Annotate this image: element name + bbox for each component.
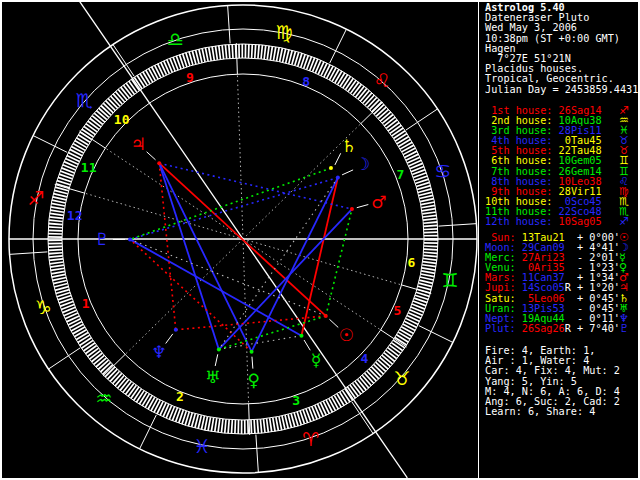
house-number: 1	[82, 296, 90, 311]
planet-pointer-line	[304, 340, 310, 350]
uranus-glyph: ♅	[205, 367, 220, 387]
sign-divider	[228, 6, 230, 44]
sagittarius-icon: ♐	[619, 216, 629, 227]
house-number: 4	[360, 351, 368, 366]
venus-glyph: ♀	[247, 370, 259, 390]
planet-row-pluto: Plut: 26Sag26R + 7°40'♇	[485, 324, 620, 334]
house-number: 10	[114, 112, 130, 127]
mars-position-dot	[350, 207, 354, 211]
aspect-semisquare-line	[219, 336, 302, 350]
scorpio-sign-glyph: ♏	[76, 89, 93, 111]
planet-pointer-line	[335, 153, 341, 165]
planet-motion-value: R + 7°40'	[565, 323, 620, 334]
house-number: 12	[67, 208, 83, 223]
chart-wheel: ♈♉♊♋♌♍♎♏♐♑♒♓123456789101112☉☽☿♀♂♃♄♅♆♇	[0, 0, 480, 480]
saturn-glyph: ♄	[341, 136, 356, 156]
sign-divider	[10, 252, 48, 254]
moon-position-dot	[336, 176, 340, 180]
house-number: 9	[186, 70, 194, 85]
info-panel: Astrolog 5.40Dateneraser PlutoWed May 3,…	[478, 0, 640, 480]
house-label: 12th house:	[485, 216, 559, 227]
mercury-glyph: ☿	[311, 350, 321, 370]
jupiter-position-dot	[157, 161, 161, 165]
house-cusp-value: 10Sag05	[559, 216, 602, 227]
aries-sign-glyph: ♈	[302, 428, 319, 450]
house-number: 6	[407, 255, 415, 270]
planet-pointer-line	[147, 152, 156, 160]
house-cusp-line	[237, 74, 243, 239]
pluto-icon: ♇	[619, 323, 629, 334]
libra-sign-glyph: ♎	[167, 28, 184, 50]
element-stats: Fire: 4, Earth: 1,Air : 1, Water: 4Car: …	[485, 346, 620, 417]
planet-list: Sun: 13Tau21 + 0°00'☉Moon: 29Can09 + 4°4…	[485, 233, 620, 334]
house-number: 7	[396, 167, 404, 182]
virgo-sign-glyph: ♍	[276, 21, 293, 43]
capricorn-sign-glyph: ♑	[35, 296, 52, 318]
planet-pointer-line	[329, 319, 338, 327]
mercury-position-dot	[299, 334, 303, 338]
house-number: 2	[176, 389, 184, 404]
house-list: 1st house: 26Sag14♐ 2nd house: 10Aqu38♒ …	[485, 106, 602, 227]
house-number: 5	[393, 303, 401, 318]
moon-glyph: ☽	[355, 154, 370, 174]
cancer-sign-glyph: ♋	[434, 160, 451, 182]
house-cusp-line	[236, 43, 237, 74]
astrolog-window: ♈♉♊♋♌♍♎♏♐♑♒♓123456789101112☉☽☿♀♂♃♄♅♆♇ As…	[0, 0, 640, 480]
sun-position-dot	[324, 314, 328, 318]
stat-line: Learn: 6, Share: 4	[485, 407, 620, 417]
planet-position-value: 26Sag26	[522, 323, 565, 334]
aquarius-sign-glyph: ♒	[95, 387, 112, 409]
gemini-sign-glyph: ♊	[441, 269, 458, 291]
uranus-position-dot	[217, 347, 221, 351]
aspect-trine-line	[252, 178, 338, 352]
chart-info-line: Tropical, Geocentric.	[485, 74, 638, 84]
aspect-sextile-line	[326, 209, 352, 316]
planet-pointer-line	[357, 205, 369, 208]
saturn-position-dot	[329, 166, 333, 170]
house-row-12: 12th house: 10Sag05♐	[485, 217, 602, 227]
aspect-square-line	[130, 239, 252, 351]
house-number: 3	[292, 393, 300, 408]
neptune-position-dot	[174, 328, 178, 332]
sign-divider	[256, 435, 258, 473]
neptune-glyph: ♆	[152, 342, 167, 362]
house-number: 8	[302, 74, 310, 89]
aspect-trine-line	[159, 163, 352, 209]
planet-pointer-line	[215, 354, 218, 366]
sun-glyph: ☉	[339, 325, 354, 345]
planet-label: Plut:	[485, 323, 522, 334]
planet-pointer-line	[252, 357, 253, 369]
sign-divider	[33, 136, 67, 153]
jupiter-glyph: ♃	[131, 134, 146, 154]
leo-sign-glyph: ♌	[374, 69, 391, 91]
house-number: 11	[81, 160, 97, 175]
sign-divider	[439, 224, 477, 226]
house-cusp-line	[243, 239, 381, 330]
pluto-glyph: ♇	[94, 229, 109, 249]
taurus-sign-glyph: ♉	[393, 367, 410, 389]
planet-pointer-line	[342, 170, 353, 175]
sign-divider	[419, 326, 453, 343]
mars-glyph: ♂	[371, 192, 386, 212]
pisces-sign-glyph: ♓	[193, 435, 210, 457]
sign-divider	[330, 29, 347, 63]
sign-divider	[140, 415, 157, 449]
chart-info: Astrolog 5.40Dateneraser PlutoWed May 3,…	[485, 3, 638, 95]
venus-position-dot	[250, 350, 254, 354]
sagittarius-sign-glyph: ♐	[28, 187, 45, 209]
pluto-position-dot	[128, 237, 132, 241]
aspect-trine-line	[219, 209, 352, 349]
chart-info-line: Julian Day = 2453859.4431	[485, 85, 638, 95]
